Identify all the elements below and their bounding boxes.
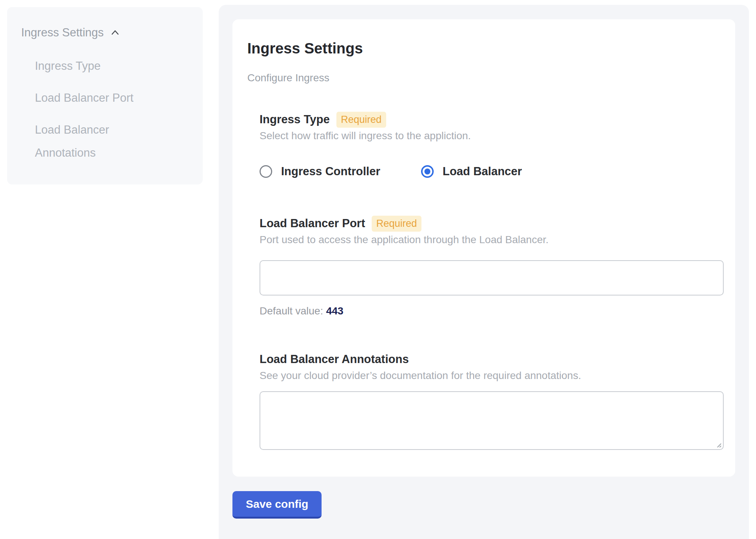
- load-balancer-annotations-description: See your cloud provider’s documentation …: [260, 369, 724, 382]
- radio-load-balancer[interactable]: Load Balancer: [421, 165, 522, 178]
- sidebar-item-load-balancer-port[interactable]: Load Balancer Port: [35, 86, 150, 110]
- load-balancer-port-description: Port used to access the application thro…: [260, 233, 724, 246]
- radio-load-balancer-label[interactable]: Load Balancer: [443, 165, 522, 178]
- ingress-settings-page: Ingress Settings Ingress Type Load Balan…: [0, 0, 756, 539]
- sidebar-item-list: Ingress Type Load Balancer Port Load Bal…: [35, 55, 192, 164]
- load-balancer-port-label: Load Balancer Port: [260, 217, 365, 230]
- load-balancer-annotations-label: Load Balancer Annotations: [260, 353, 409, 366]
- ingress-type-section: Ingress Type Required Select how traffic…: [260, 111, 724, 179]
- load-balancer-annotations-field: [260, 391, 724, 450]
- radio-ingress-controller[interactable]: Ingress Controller: [260, 165, 380, 178]
- load-balancer-annotations-label-row: Load Balancer Annotations: [260, 351, 724, 368]
- ingress-type-description: Select how traffic will ingress to the a…: [260, 129, 724, 143]
- load-balancer-annotations-textarea[interactable]: [260, 391, 724, 450]
- ingress-type-radio-group: Ingress Controller Load Balancer: [260, 164, 724, 179]
- load-balancer-port-label-row: Load Balancer Port Required: [260, 215, 724, 232]
- default-value: 443: [326, 305, 343, 317]
- default-value-label: Default value:: [260, 305, 323, 317]
- save-config-button[interactable]: Save config: [232, 491, 322, 519]
- sidebar-item-ingress-type[interactable]: Ingress Type: [35, 55, 150, 78]
- sidebar-group-label: Ingress Settings: [21, 25, 104, 40]
- radio-unselected-icon[interactable]: [260, 165, 272, 178]
- default-value-line: Default value:443: [260, 304, 724, 318]
- ingress-type-label-row: Ingress Type Required: [260, 111, 724, 128]
- sidebar-group-ingress-settings[interactable]: Ingress Settings: [21, 25, 192, 40]
- load-balancer-port-section: Load Balancer Port Required Port used to…: [260, 215, 724, 318]
- ingress-settings-card: Ingress Settings Configure Ingress Ingre…: [232, 19, 735, 477]
- load-balancer-annotations-section: Load Balancer Annotations See your cloud…: [260, 351, 724, 450]
- ingress-type-label: Ingress Type: [260, 113, 330, 126]
- page-title: Ingress Settings: [247, 39, 724, 57]
- radio-selected-icon[interactable]: [421, 165, 434, 178]
- radio-ingress-controller-label[interactable]: Ingress Controller: [281, 165, 380, 178]
- required-badge: Required: [336, 112, 386, 128]
- resize-handle-icon[interactable]: [715, 441, 722, 448]
- sidebar-item-load-balancer-annotations[interactable]: Load Balancer Annotations: [35, 118, 150, 164]
- settings-sidebar: Ingress Settings Ingress Type Load Balan…: [7, 7, 203, 184]
- main-panel: Ingress Settings Configure Ingress Ingre…: [219, 5, 749, 539]
- chevron-up-icon: [110, 27, 121, 38]
- required-badge: Required: [372, 216, 421, 232]
- load-balancer-port-input[interactable]: [260, 260, 724, 295]
- page-subtitle: Configure Ingress: [247, 71, 724, 85]
